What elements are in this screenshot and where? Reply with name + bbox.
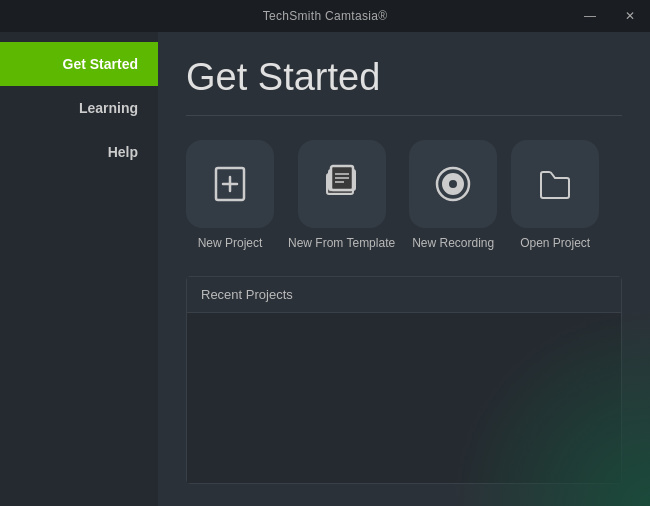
open-project-icon-box [511, 140, 599, 228]
close-button[interactable]: ✕ [610, 0, 650, 32]
window-controls: — ✕ [570, 0, 650, 32]
new-project-icon-box [186, 140, 274, 228]
open-project-icon [533, 162, 577, 206]
actions-row: New Project [186, 140, 622, 252]
sidebar-item-learning[interactable]: Learning [0, 86, 158, 130]
recent-projects-header: Recent Projects [187, 277, 621, 313]
sidebar-item-help[interactable]: Help [0, 130, 158, 174]
new-recording-label: New Recording [412, 236, 494, 252]
new-recording-icon [431, 162, 475, 206]
new-from-template-icon-box [298, 140, 386, 228]
new-project-button[interactable]: New Project [186, 140, 274, 252]
sidebar: Get Started Learning Help [0, 32, 158, 506]
recent-projects-body [187, 313, 621, 483]
minimize-button[interactable]: — [570, 0, 610, 32]
app-title: TechSmith Camtasia® [263, 9, 388, 23]
main-layout: Get Started Learning Help Get Started [0, 32, 650, 506]
content-area: Get Started New Project [158, 32, 650, 506]
divider [186, 115, 622, 116]
svg-point-9 [448, 179, 458, 189]
new-from-template-label: New From Template [288, 236, 395, 252]
titlebar: TechSmith Camtasia® — ✕ [0, 0, 650, 32]
open-project-label: Open Project [520, 236, 590, 252]
open-project-button[interactable]: Open Project [511, 140, 599, 252]
new-project-icon [208, 162, 252, 206]
new-recording-icon-box [409, 140, 497, 228]
new-project-label: New Project [198, 236, 263, 252]
recent-projects-label: Recent Projects [201, 287, 293, 302]
sidebar-item-get-started[interactable]: Get Started [0, 42, 158, 86]
recent-projects-section: Recent Projects [186, 276, 622, 484]
new-from-template-icon [320, 162, 364, 206]
new-recording-button[interactable]: New Recording [409, 140, 497, 252]
page-title: Get Started [186, 56, 622, 99]
new-from-template-button[interactable]: New From Template [288, 140, 395, 252]
content-wrapper: Get Started New Project [158, 32, 650, 506]
